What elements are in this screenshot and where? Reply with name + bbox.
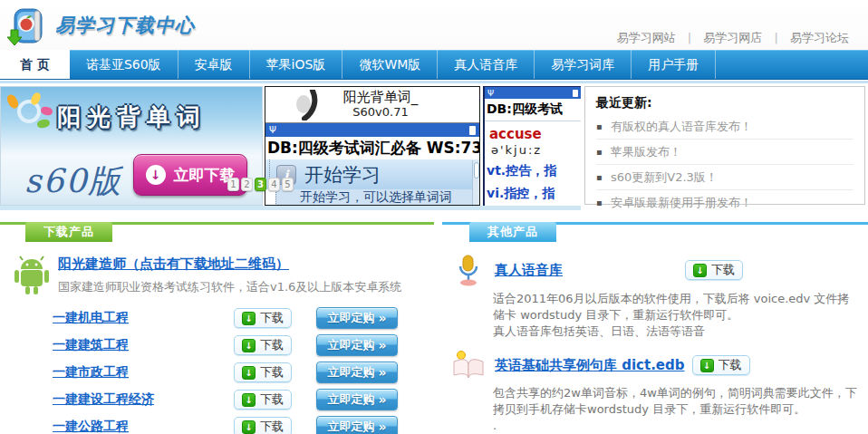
update-item[interactable]: ▪ 有版权的真人语音库发布！ [596,114,854,140]
banner-edition: s60版 [24,159,122,204]
bullet-icon: ▪ [596,172,603,182]
signal-icon: Ψ [269,125,276,135]
download-button[interactable]: ↓ 下载 [234,390,292,410]
product-link[interactable]: 一建机电工程 [53,310,234,326]
voice-library-desc: 适合2011年06月以后版本的软件使用，下载后将 voice.edv 文件拷 储… [493,291,868,340]
android-product-desc: 国家建造师职业资格考试练习软件，适合v1.6及以上版本安卓系统 [58,279,401,295]
carousel-page-button[interactable]: 2 [241,178,253,191]
others-section-header: 其他产品 [442,220,868,244]
battery-icon [469,126,476,135]
downloads-section: 下载产品 阳光建造师（点击有下载地址二维码） 国家建造师职业资格考试练习软件，适… [0,220,434,434]
nav-item[interactable]: 真人语音库 [438,50,535,79]
banner-deco-petal-icon [29,92,42,106]
update-item-text: s60更新到V2.3版！ [611,170,718,184]
download-button-label: 下载 [260,310,284,326]
download-row: 一建公路工程 ↓ 下载 立即定购 » [0,413,434,434]
banner-slide[interactable]: 阳光背单词 s60版 ↓ 立即下载 [0,86,263,206]
chevron-right-icon: » [378,311,386,325]
db-info-line: DB:四级考试 [485,99,581,121]
download-row: 一建建设工程经济 ↓ 下载 立即定购 » [0,386,434,413]
download-button[interactable]: ↓ 下载 [692,355,750,375]
nav-item[interactable]: 用户手册 [632,50,716,79]
nav-item[interactable]: 安卓版 [178,50,250,79]
download-button[interactable]: ↓ 下载 [685,260,743,280]
open-book-icon [451,349,486,381]
carousel-page-button[interactable]: 5 [282,178,294,191]
update-item-text: 苹果版发布！ [611,145,681,159]
download-button-label: 下载 [260,337,284,353]
carousel-bottom-strip [0,206,581,210]
update-item-text: 有版权的真人语音库发布！ [611,120,752,133]
header-links: 易学习网站 | 易学习网店 | 易学习论坛 | [609,30,857,46]
download-button[interactable]: ↓ 下载 [234,308,292,328]
update-item-text: 安卓版最新使用手册发布！ [611,196,752,209]
android-product-header: 阳光建造师（点击有下载地址二维码） 国家建造师职业资格考试练习软件，适合v1.6… [13,255,434,296]
site-logo[interactable]: 易学习下载中心 [7,5,195,46]
menu-sub-label: 开始学习，可以选择单词词 [275,189,479,206]
vocab-phonetic: ə'kju:z [485,142,581,157]
order-button[interactable]: 立即定购 » [316,307,398,329]
chevron-right-icon: » [378,420,386,434]
download-arrow-icon: ↓ [146,165,166,185]
update-item[interactable]: ▪ 苹果版发布！ [596,140,854,165]
recent-updates-panel: 最近更新: ▪ 有版权的真人语音库发布！ ▪ 苹果版发布！ ▪ s60更新到V2… [584,86,865,205]
download-icon: ↓ [242,312,256,325]
order-button[interactable]: 立即定购 » [316,362,398,383]
nav-item[interactable]: 微软WM版 [342,50,438,79]
chevron-right-icon: » [378,365,386,380]
carousel-page-button[interactable]: 3 [255,178,266,191]
download-button-label: 下载 [711,262,735,278]
microphone-icon [451,253,486,287]
nav-item[interactable]: 首 页 [0,50,70,79]
chevron-right-icon: » [378,392,386,407]
download-icon: ↓ [700,359,714,372]
order-button[interactable]: 立即定购 » [316,389,398,410]
sentence-library-link[interactable]: 英语基础共享例句库 dict.edb [495,357,685,374]
download-row: 一建建筑工程 ↓ 下载 立即定购 » [0,332,434,359]
order-button[interactable]: 立即定购 » [316,334,398,356]
download-icon: ↓ [242,366,256,380]
android-product-link[interactable]: 阳光建造师（点击有下载地址二维码） [58,256,289,272]
header-link[interactable]: 易学习网店 [703,31,762,44]
carousel-pager: 1 2 3 4 5 [227,178,294,191]
bullet-icon: ▪ [596,121,603,131]
order-button-label: 立即定购 [327,419,374,434]
carousel-page-button[interactable]: 1 [227,178,239,191]
nav-item[interactable]: 易学习词库 [535,50,632,79]
recent-updates-title: 最近更新: [596,93,854,114]
download-rows: 一建机电工程 ↓ 下载 立即定购 » 一建建筑工程 ↓ 下载 [0,304,434,434]
nav-underline [0,81,868,83]
voice-library-link[interactable]: 真人语音库 [495,262,563,278]
download-button[interactable]: ↓ 下载 [234,417,292,434]
phone-screenshot-2: Ψ DB:四级考试 accuse ə'kju:z vt.控告，指 vi.指控，指 [483,86,581,206]
signal-icon: Ψ [487,89,494,98]
carousel-page-button[interactable]: 4 [268,178,280,191]
nav-item[interactable]: 诺基亚S60版 [70,50,178,79]
nav-item[interactable]: 苹果iOS版 [250,50,343,79]
update-item[interactable]: ▪ 安卓版最新使用手册发布！ [596,190,854,215]
header-link[interactable]: 易学习论坛 [790,31,849,44]
download-button[interactable]: ↓ 下载 [234,362,292,382]
page: 易学习下载中心 易学习网站 | 易学习网店 | 易学习论坛 | 首 页 诺基亚S… [0,0,868,434]
update-item[interactable]: ▪ s60更新到V2.3版！ [596,165,854,190]
backpack-logo-icon [7,5,49,46]
phone-scrollbar [472,160,479,205]
phone-screenshot-1: 阳光背单词_ S60v0.71 Ψ DB:四级考试词汇必备 WS:730 i 开… [265,86,480,206]
site-header: 易学习下载中心 易学习网站 | 易学习网店 | 易学习论坛 | [0,0,868,50]
download-row: 一建机电工程 ↓ 下载 立即定购 » [0,304,434,332]
others-tab[interactable]: 其他产品 [469,222,556,242]
product-link[interactable]: 一建市政工程 [53,364,234,381]
download-button-label: 下载 [260,391,284,408]
product-link[interactable]: 一建公路工程 [53,419,234,434]
product-link[interactable]: 一建建筑工程 [53,337,234,353]
downloads-tab[interactable]: 下载产品 [25,222,112,242]
order-button-label: 立即定购 [327,337,374,353]
download-button[interactable]: ↓ 下载 [234,335,292,355]
carousel: 阳光背单词 s60版 ↓ 立即下载 阳光背单词_ S60v0.71 Ψ [0,86,868,210]
header-link[interactable]: 易学习网站 [617,31,676,44]
download-row: 一建市政工程 ↓ 下载 立即定购 » [0,359,434,386]
order-button[interactable]: 立即定购 » [316,416,398,434]
site-title: 易学习下载中心 [55,13,195,38]
product-link[interactable]: 一建建设工程经济 [53,391,234,408]
app-splash: 阳光背单词_ S60v0.71 [265,87,479,123]
